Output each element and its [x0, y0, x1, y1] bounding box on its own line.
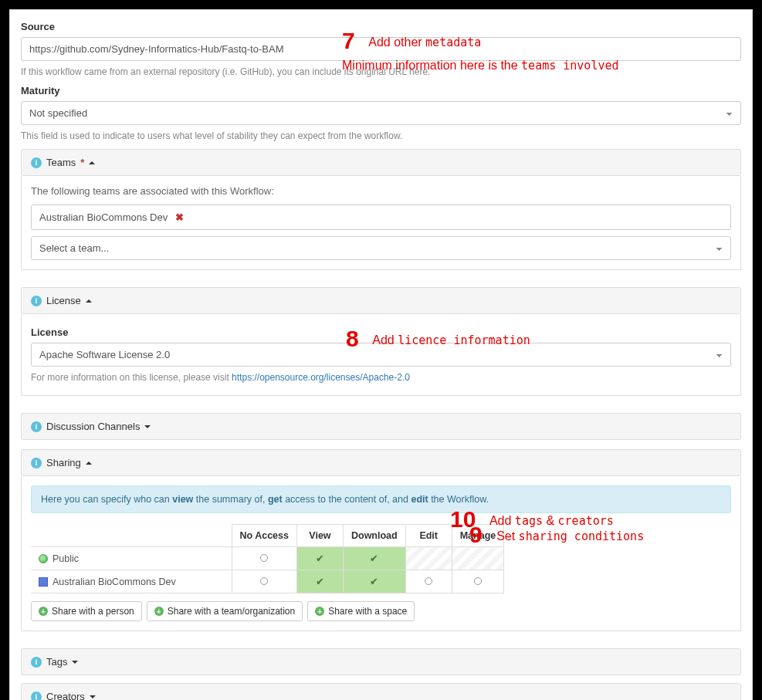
teams-body: The following teams are associated with … — [21, 176, 741, 270]
caret-down-icon — [72, 661, 78, 664]
perm-cell[interactable] — [452, 570, 504, 593]
license-body: 8 Add licence information License Apache… — [21, 314, 741, 396]
caret-down-icon — [90, 695, 96, 698]
permissions-table: No Access View Download Edit Manage Publ… — [31, 524, 504, 593]
creators-title: Creators — [46, 691, 85, 700]
maturity-label: Maturity — [21, 85, 741, 96]
perm-cell[interactable]: ✔ — [296, 570, 343, 593]
org-icon — [39, 577, 48, 587]
required-mark: * — [80, 157, 84, 168]
info-icon: i — [31, 692, 42, 701]
license-title: License — [46, 295, 81, 306]
sharing-section-header[interactable]: i Sharing — [21, 449, 741, 476]
perm-cell — [452, 547, 504, 570]
team-chip-label: Australian BioCommons Dev — [39, 211, 168, 223]
source-input[interactable] — [21, 37, 741, 61]
source-label: Source — [21, 21, 741, 32]
team-chip: Australian BioCommons Dev ✖ — [31, 205, 731, 230]
globe-icon — [39, 554, 48, 563]
maturity-select[interactable]: Not specified — [21, 101, 741, 125]
perm-cell[interactable]: ✔ — [343, 570, 405, 593]
share-person-button[interactable]: + Share with a person — [31, 601, 142, 621]
caret-down-icon — [144, 425, 151, 428]
license-section-header[interactable]: i License — [21, 287, 741, 314]
teams-title: Teams — [46, 157, 76, 168]
info-icon: i — [31, 157, 42, 168]
perm-cell[interactable]: ✔ — [343, 547, 405, 570]
license-help: For more information on this license, pl… — [31, 372, 731, 383]
creators-section-header[interactable]: i Creators — [21, 683, 741, 700]
share-space-button[interactable]: + Share with a space — [307, 601, 415, 621]
plus-icon: + — [39, 607, 48, 616]
remove-team-icon[interactable]: ✖ — [175, 211, 184, 223]
discussion-section-header[interactable]: i Discussion Channels — [21, 413, 741, 440]
share-team-button[interactable]: + Share with a team/organization — [147, 601, 303, 621]
info-icon: i — [31, 421, 42, 432]
maturity-help: This field is used to indicate to users … — [21, 130, 741, 141]
perm-row-public: Public ✔ ✔ — [31, 547, 504, 570]
perm-cell[interactable] — [232, 547, 296, 570]
caret-up-icon — [89, 161, 95, 164]
caret-up-icon — [86, 299, 92, 303]
source-help: If this workflow came from an external r… — [21, 66, 741, 77]
col-view: View — [296, 525, 343, 547]
sharing-title: Sharing — [46, 457, 81, 468]
info-icon: i — [31, 657, 42, 668]
sharing-info: Here you can specify who can view the su… — [31, 485, 731, 513]
teams-section-header[interactable]: i Teams * — [21, 149, 741, 176]
license-link[interactable]: https://opensource.org/licenses/Apache-2… — [232, 372, 410, 383]
perm-cell[interactable]: ✔ — [296, 547, 343, 570]
caret-up-icon — [86, 462, 92, 465]
perm-cell[interactable] — [405, 570, 452, 593]
info-icon: i — [31, 296, 42, 306]
plus-icon: + — [315, 607, 324, 616]
teams-intro: The following teams are associated with … — [31, 185, 731, 197]
tags-title: Tags — [46, 656, 67, 668]
plus-icon: + — [154, 607, 164, 616]
discussion-title: Discussion Channels — [46, 421, 140, 432]
col-download: Download — [343, 525, 405, 547]
license-select[interactable]: Apache Software License 2.0 — [31, 343, 731, 367]
team-select[interactable]: Select a team... — [31, 236, 731, 260]
tags-section-header[interactable]: i Tags — [21, 648, 741, 675]
perm-row-org: Australian BioCommons Dev ✔ ✔ — [31, 570, 504, 593]
perm-cell — [405, 547, 452, 570]
col-no-access: No Access — [232, 525, 296, 547]
main-form-card: 7 Add other metadata Minimum information… — [9, 9, 753, 700]
sharing-body: 9 Set sharing conditions Here you can sp… — [21, 476, 741, 631]
col-manage: Manage — [452, 525, 504, 547]
col-edit: Edit — [405, 525, 452, 547]
perm-cell[interactable] — [232, 570, 296, 593]
info-icon: i — [31, 458, 42, 468]
license-field-label: License — [31, 326, 731, 338]
